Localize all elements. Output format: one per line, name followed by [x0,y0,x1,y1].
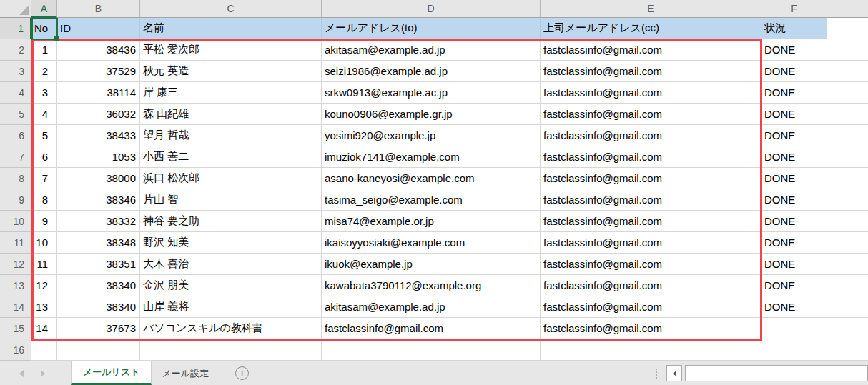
cell-E7[interactable]: fastclassinfo@gmail.com [541,146,761,168]
cell-D1[interactable]: メールアドレス(to) [322,18,541,39]
cell-E16[interactable] [541,339,761,361]
cell-F16[interactable] [761,339,827,361]
cell-D12[interactable]: ikuok@example.jp [322,254,541,275]
cell-C16[interactable] [140,339,322,361]
cell-E10[interactable]: fastclassinfo@gmail.com [541,211,761,232]
row-header-4[interactable]: 4 [0,82,31,104]
cell-A11[interactable]: 10 [31,232,57,254]
cell-D16[interactable] [322,339,541,361]
cell-C6[interactable]: 望月 哲哉 [140,125,322,146]
row-header-7[interactable]: 7 [0,146,31,168]
cell-B15[interactable]: 37673 [57,318,140,339]
add-sheet-button[interactable]: + [235,366,249,380]
cell-A13[interactable]: 12 [31,275,57,296]
row-header-13[interactable]: 13 [0,275,31,296]
cell-A2[interactable]: 1 [31,39,57,61]
cell-D3[interactable]: seizi1986@example.ad.jp [322,61,541,82]
cell-A6[interactable]: 5 [31,125,57,146]
cell-E11[interactable]: fastclassinfo@gmail.com [541,232,761,254]
cell-E12[interactable]: fastclassinfo@gmail.com [541,254,761,275]
cell-E3[interactable]: fastclassinfo@gmail.com [541,61,761,82]
row-header-2[interactable]: 2 [0,39,31,61]
cell-F12[interactable]: DONE [761,254,827,275]
cell-F2[interactable]: DONE [761,39,827,61]
cell-C3[interactable]: 秋元 英造 [140,61,322,82]
cell-G6[interactable] [827,125,868,146]
row-header-11[interactable]: 11 [0,232,31,254]
cell-A12[interactable]: 11 [31,254,57,275]
cell-G2[interactable] [827,39,868,61]
cell-C11[interactable]: 野沢 知美 [140,232,322,254]
cell-C8[interactable]: 浜口 松次郎 [140,168,322,189]
cell-G12[interactable] [827,254,868,275]
cell-A10[interactable]: 9 [31,211,57,232]
cell-C1[interactable]: 名前 [140,18,322,39]
cell-F14[interactable]: DONE [761,296,827,318]
row-header-3[interactable]: 3 [0,61,31,82]
cell-D8[interactable]: asano-kaneyosi@example.com [322,168,541,189]
cell-G16[interactable] [827,339,868,361]
cell-F11[interactable]: DONE [761,232,827,254]
cell-F3[interactable]: DONE [761,61,827,82]
cell-G13[interactable] [827,275,868,296]
scrollbar-thumb[interactable] [685,365,868,381]
cell-G3[interactable] [827,61,868,82]
cell-F15[interactable] [761,318,827,339]
tab-mail-settings[interactable]: メール設定 [152,361,221,385]
tab-mail-list[interactable]: メールリスト [71,361,152,385]
cell-A8[interactable]: 7 [31,168,57,189]
column-header-a[interactable]: A [31,0,57,18]
cell-A4[interactable]: 3 [31,82,57,104]
row-header-8[interactable]: 8 [0,168,31,189]
cell-E5[interactable]: fastclassinfo@gmail.com [541,104,761,125]
cell-G7[interactable] [827,146,868,168]
cell-F13[interactable]: DONE [761,275,827,296]
cell-A5[interactable]: 4 [31,104,57,125]
cell-B2[interactable]: 38436 [57,39,140,61]
cell-A3[interactable]: 2 [31,61,57,82]
cell-C2[interactable]: 平松 愛次郎 [140,39,322,61]
cell-D2[interactable]: akitasam@example.ad.jp [322,39,541,61]
cell-F1[interactable]: 状況 [761,18,827,39]
cell-E9[interactable]: fastclassinfo@gmail.com [541,189,761,211]
cell-B14[interactable]: 38340 [57,296,140,318]
cell-E2[interactable]: fastclassinfo@gmail.com [541,39,761,61]
prev-sheet-icon[interactable] [19,370,24,377]
cell-D7[interactable]: imuziok7141@example.com [322,146,541,168]
row-header-12[interactable]: 12 [0,254,31,275]
row-header-16[interactable]: 16 [0,339,31,361]
cell-B12[interactable]: 38351 [57,254,140,275]
cell-A1[interactable]: No [31,18,57,39]
cell-G8[interactable] [827,168,868,189]
cell-A7[interactable]: 6 [31,146,57,168]
cell-G4[interactable] [827,82,868,104]
cell-F9[interactable]: DONE [761,189,827,211]
cell-C10[interactable]: 神谷 要之助 [140,211,322,232]
cell-B10[interactable]: 38332 [57,211,140,232]
cell-E14[interactable]: fastclassinfo@gmail.com [541,296,761,318]
cell-D6[interactable]: yosimi920@example.jp [322,125,541,146]
cell-B6[interactable]: 38433 [57,125,140,146]
column-header-b[interactable]: B [57,0,140,18]
cell-E13[interactable]: fastclassinfo@gmail.com [541,275,761,296]
cell-F8[interactable]: DONE [761,168,827,189]
cell-B16[interactable] [57,339,140,361]
cell-C4[interactable]: 岸 康三 [140,82,322,104]
cell-C15[interactable]: パソコンスキルの教科書 [140,318,322,339]
cell-B5[interactable]: 36032 [57,104,140,125]
column-header-f[interactable]: F [761,0,827,18]
cell-D13[interactable]: kawabata3790112@example.org [322,275,541,296]
cell-B11[interactable]: 38348 [57,232,140,254]
cell-B13[interactable]: 38340 [57,275,140,296]
cell-C14[interactable]: 山岸 義将 [140,296,322,318]
cell-D15[interactable]: fastclassinfo@gmail.com [322,318,541,339]
cell-G11[interactable] [827,232,868,254]
cell-B8[interactable]: 38000 [57,168,140,189]
cell-E1[interactable]: 上司メールアドレス(cc) [541,18,761,39]
select-all-corner[interactable] [0,0,31,18]
column-header-d[interactable]: D [322,0,541,18]
cell-G9[interactable] [827,189,868,211]
cell-C9[interactable]: 片山 智 [140,189,322,211]
cell-G15[interactable] [827,318,868,339]
cell-A15[interactable]: 14 [31,318,57,339]
